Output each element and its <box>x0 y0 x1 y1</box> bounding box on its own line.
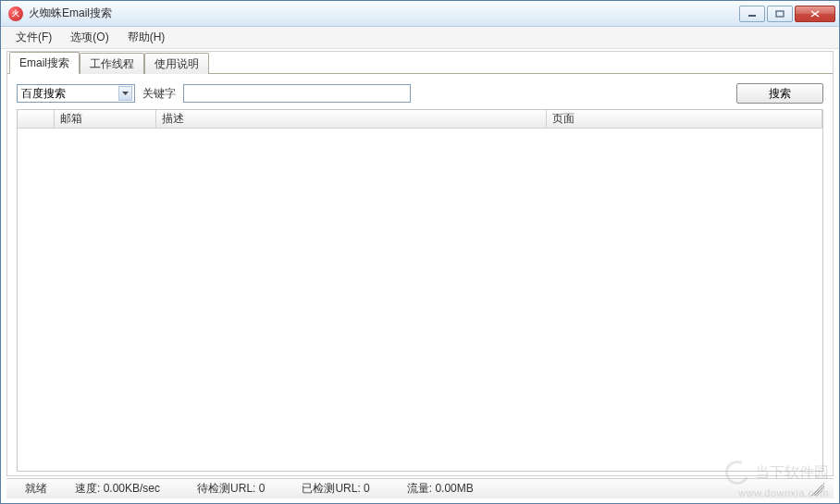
tab-body: 百度搜索 关键字 搜索 邮箱 描述 页面 <box>7 74 833 475</box>
status-traffic: 流量: 0.00MB <box>407 481 474 497</box>
status-ready: 就绪 <box>25 481 47 497</box>
tabs: Email搜索 工作线程 使用说明 <box>7 54 833 74</box>
minimize-icon <box>747 10 757 18</box>
search-engine-value: 百度搜索 <box>21 86 118 102</box>
results-table: 邮箱 描述 页面 <box>17 109 823 472</box>
search-row: 百度搜索 关键字 搜索 <box>17 83 823 104</box>
app-icon: 火 <box>8 6 23 21</box>
close-icon <box>810 10 820 18</box>
tab-email-search[interactable]: Email搜索 <box>9 52 80 74</box>
maximize-icon <box>775 10 784 18</box>
tab-work-threads[interactable]: 工作线程 <box>80 53 144 74</box>
status-speed: 速度: 0.00KB/sec <box>75 481 160 497</box>
keyword-label: 关键字 <box>142 86 176 102</box>
column-index[interactable] <box>18 110 55 128</box>
menubar: 文件(F) 选项(O) 帮助(H) <box>1 27 839 49</box>
menu-file[interactable]: 文件(F) <box>6 27 61 48</box>
column-page[interactable]: 页面 <box>547 110 822 128</box>
app-window: 火 火蜘蛛Email搜索 文件(F) 选项(O) 帮助(H) Email搜索 工… <box>0 0 840 504</box>
search-button[interactable]: 搜索 <box>736 83 823 104</box>
table-header: 邮箱 描述 页面 <box>18 110 822 129</box>
titlebar[interactable]: 火 火蜘蛛Email搜索 <box>1 1 839 27</box>
status-checked: 已检测URL: 0 <box>302 481 369 497</box>
svg-marker-4 <box>122 92 129 95</box>
statusbar: 就绪 速度: 0.00KB/sec 待检测URL: 0 已检测URL: 0 流量… <box>6 478 834 498</box>
window-controls <box>739 6 835 22</box>
status-pending: 待检测URL: 0 <box>197 481 265 497</box>
column-email[interactable]: 邮箱 <box>55 110 156 128</box>
tab-instructions[interactable]: 使用说明 <box>144 53 209 74</box>
column-description[interactable]: 描述 <box>156 110 547 128</box>
minimize-button[interactable] <box>739 6 765 22</box>
keyword-input[interactable] <box>183 84 411 103</box>
svg-rect-0 <box>748 15 756 17</box>
close-button[interactable] <box>795 6 835 22</box>
chevron-down-icon <box>118 86 132 101</box>
menu-help[interactable]: 帮助(H) <box>118 27 175 48</box>
svg-rect-1 <box>776 11 784 17</box>
window-title: 火蜘蛛Email搜索 <box>29 6 739 21</box>
resize-grip-icon[interactable] <box>811 483 824 496</box>
content-frame: Email搜索 工作线程 使用说明 百度搜索 关键字 搜索 <box>6 51 834 476</box>
search-engine-select[interactable]: 百度搜索 <box>17 84 135 103</box>
maximize-button[interactable] <box>767 6 793 22</box>
menu-options[interactable]: 选项(O) <box>61 27 117 48</box>
